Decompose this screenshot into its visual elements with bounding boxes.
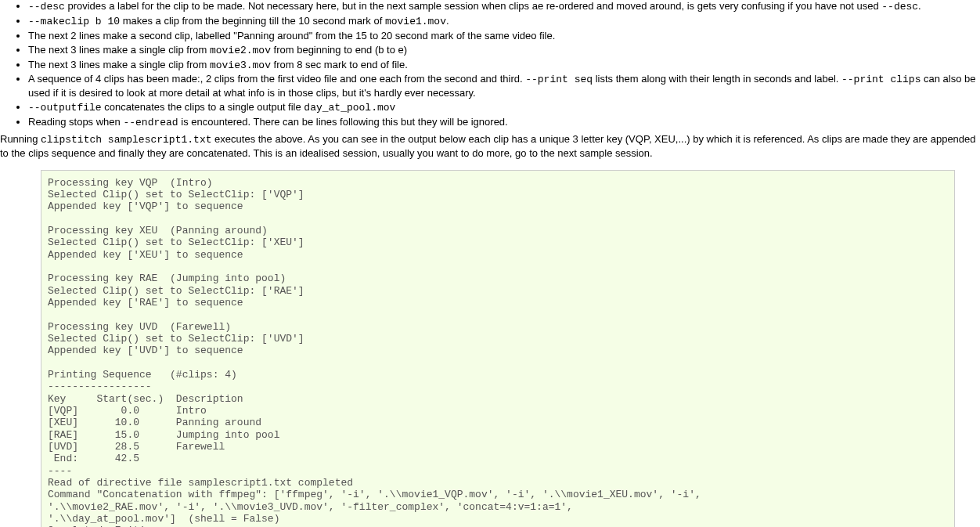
inline-code: --desc <box>28 1 65 13</box>
list-item: A sequence of 4 clips has been made:, 2 … <box>28 73 980 100</box>
list-item: The next 3 lines make a single clip from… <box>28 44 980 58</box>
inline-code: movie2.mov <box>210 45 271 56</box>
inline-code: --endread <box>123 117 178 128</box>
bullet-list: --desc provides a label for the clip to … <box>0 0 980 130</box>
list-item: Reading stops when --endread is encounte… <box>28 116 980 130</box>
inline-code: --makeclip b 10 <box>28 16 120 27</box>
inline-code: clipstitch samplescript1.txt <box>41 134 211 146</box>
list-item: --outputfile concatenates the clips to a… <box>28 101 980 115</box>
inline-code: --print seq <box>525 74 593 85</box>
inline-code: movie3.mov <box>210 60 271 71</box>
list-item: The next 2 lines make a second clip, lab… <box>28 30 980 43</box>
inline-code: --desc <box>881 1 918 13</box>
list-item: The next 3 lines make a single clip from… <box>28 59 980 73</box>
inline-code: --print clips <box>841 74 921 85</box>
inline-code: --outputfile <box>28 102 102 114</box>
terminal-output: Processing key VQP (Intro) Selected Clip… <box>41 170 955 527</box>
list-item: --makeclip b 10 makes a clip from the be… <box>28 15 980 29</box>
running-paragraph: Running clipstitch samplescript1.txt exe… <box>0 133 980 161</box>
inline-code: day_at_pool.mov <box>304 102 395 114</box>
inline-code: movie1.mov <box>385 16 446 27</box>
list-item: --desc provides a label for the clip to … <box>28 0 980 14</box>
